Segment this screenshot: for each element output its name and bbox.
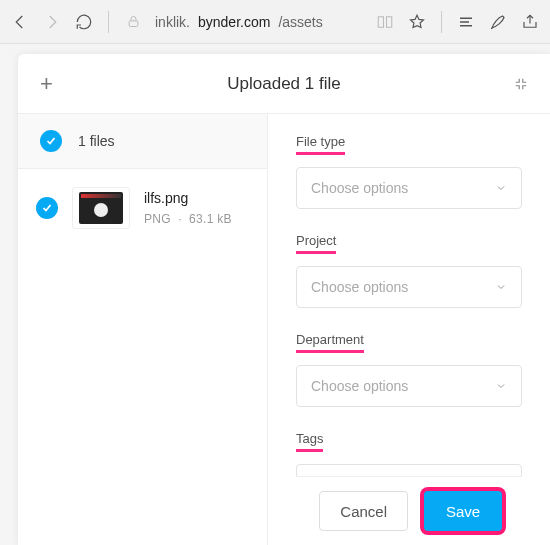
- url-bar[interactable]: inklik.bynder.com/assets: [155, 14, 323, 30]
- select-placeholder: Choose options: [311, 279, 408, 295]
- toolbar-actions: [375, 11, 540, 33]
- reading-view-icon[interactable]: [375, 12, 395, 32]
- share-icon[interactable]: [520, 12, 540, 32]
- file-type-select[interactable]: Choose options: [296, 167, 522, 209]
- file-thumbnail: [72, 187, 130, 229]
- add-icon[interactable]: +: [40, 71, 53, 97]
- check-icon: [40, 130, 62, 152]
- svg-rect-0: [129, 21, 138, 27]
- url-domain: bynder.com: [198, 14, 270, 30]
- chevron-down-icon: [495, 281, 507, 293]
- lock-icon: [123, 12, 143, 32]
- back-icon[interactable]: [10, 12, 30, 32]
- file-type-label: File type: [296, 134, 345, 155]
- check-icon: [36, 197, 58, 219]
- file-list-panel: 1 files ilfs.png PNG · 63.1 kB: [18, 114, 268, 545]
- field-project: Project Choose options: [296, 231, 522, 308]
- toolbar-divider: [441, 11, 442, 33]
- tags-input[interactable]: Add tags...: [296, 464, 522, 476]
- file-summary-row[interactable]: 1 files: [18, 114, 267, 169]
- form-footer: Cancel Save: [296, 476, 522, 545]
- url-path: /assets: [278, 14, 322, 30]
- hub-icon[interactable]: [456, 12, 476, 32]
- file-name: ilfs.png: [144, 190, 232, 206]
- forward-icon[interactable]: [42, 12, 62, 32]
- browser-toolbar: inklik.bynder.com/assets: [0, 0, 550, 44]
- select-placeholder: Choose options: [311, 378, 408, 394]
- cancel-button[interactable]: Cancel: [319, 491, 408, 531]
- select-placeholder: Choose options: [311, 180, 408, 196]
- upload-panel: + Uploaded 1 file 1 files: [18, 54, 550, 545]
- field-tags: Tags Add tags...: [296, 429, 522, 476]
- chevron-down-icon: [495, 380, 507, 392]
- metadata-form: File type Choose options Project Choose …: [268, 114, 550, 545]
- project-select[interactable]: Choose options: [296, 266, 522, 308]
- department-label: Department: [296, 332, 364, 353]
- panel-header: + Uploaded 1 file: [18, 54, 550, 114]
- url-prefix: inklik.: [155, 14, 190, 30]
- file-row[interactable]: ilfs.png PNG · 63.1 kB: [18, 169, 267, 247]
- panel-title: Uploaded 1 file: [227, 74, 340, 94]
- chevron-down-icon: [495, 182, 507, 194]
- project-label: Project: [296, 233, 336, 254]
- notes-icon[interactable]: [488, 12, 508, 32]
- save-button[interactable]: Save: [424, 491, 502, 531]
- favorite-icon[interactable]: [407, 12, 427, 32]
- tags-label: Tags: [296, 431, 323, 452]
- field-file-type: File type Choose options: [296, 132, 522, 209]
- toolbar-divider: [108, 11, 109, 33]
- file-subtext: PNG · 63.1 kB: [144, 212, 232, 226]
- file-count-label: 1 files: [78, 133, 115, 149]
- refresh-icon[interactable]: [74, 12, 94, 32]
- field-department: Department Choose options: [296, 330, 522, 407]
- department-select[interactable]: Choose options: [296, 365, 522, 407]
- file-meta: ilfs.png PNG · 63.1 kB: [144, 190, 232, 226]
- collapse-icon[interactable]: [514, 77, 528, 91]
